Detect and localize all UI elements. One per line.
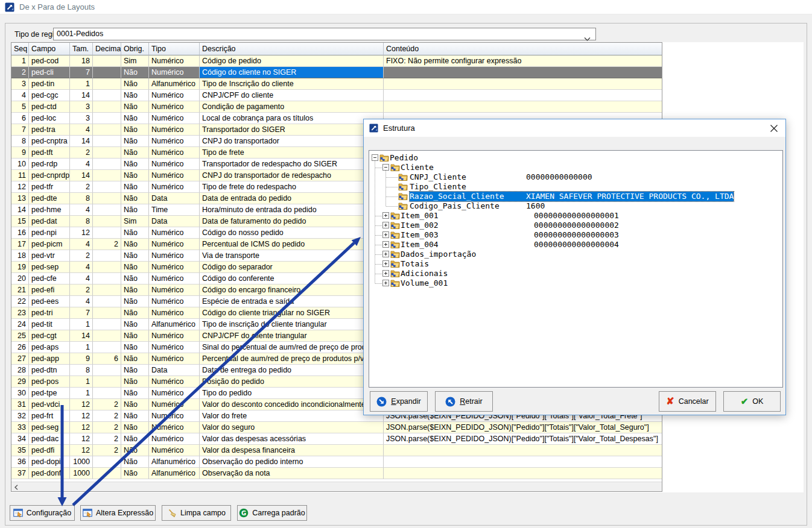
table-cell-tipo[interactable]: Numérico [149, 170, 200, 181]
limpa-campo-button[interactable]: Limpa campo [162, 505, 231, 521]
table-cell-campo[interactable]: ped-dopi [29, 456, 70, 468]
table-cell-obrig[interactable]: Não [121, 159, 149, 170]
tree-item-label[interactable]: Item_002000000000000000002 [401, 221, 619, 230]
tree-item-Volume_001[interactable]: Volume_001 [369, 278, 782, 288]
table-cell-obrig[interactable]: Não [121, 296, 149, 307]
table-cell-seq[interactable]: 36 [11, 456, 29, 468]
table-row[interactable]: 36ped-dopi1000NãoAlfanuméricoObservação … [11, 456, 662, 468]
table-cell-tam[interactable]: 7 [70, 307, 93, 319]
table-cell-tam[interactable]: 1 [70, 342, 93, 353]
table-cell-dec[interactable] [93, 296, 121, 307]
table-cell-seq[interactable]: 34 [11, 433, 29, 445]
table-cell-desc[interactable]: Via de transporte [200, 250, 384, 262]
table-cell-tam[interactable]: 1 [70, 388, 93, 399]
expand-box-icon[interactable] [382, 222, 389, 228]
expand-box-icon[interactable] [382, 212, 389, 219]
table-cell-desc[interactable]: Código do conferente [200, 273, 384, 284]
table-cell-seq[interactable]: 16 [11, 227, 29, 239]
table-cell-desc[interactable]: Data de entrega do pedido [200, 365, 384, 376]
table-cell-desc[interactable]: Valor do frete [200, 410, 384, 422]
table-cell-desc[interactable]: Percentual de ICMS do pedido [200, 239, 384, 250]
table-cell-dec[interactable]: 2 [93, 433, 121, 445]
table-cell-seq[interactable]: 27 [11, 353, 29, 365]
table-cell-dec[interactable]: 2 [93, 422, 121, 433]
table-cell-campo[interactable]: ped-vdci [29, 399, 70, 410]
tree-item-label[interactable]: Razao_Social_ClienteXIAMEN SAFEVER PROTE… [410, 192, 734, 201]
expand-box-icon[interactable] [382, 241, 389, 248]
table-cell-tipo[interactable]: Numérico [149, 342, 200, 353]
table-cell-dec[interactable] [93, 136, 121, 147]
table-cell-tipo[interactable]: Data [149, 216, 200, 227]
table-cell-obrig[interactable]: Não [121, 330, 149, 342]
table-cell-desc[interactable]: Tipo do pedido [200, 388, 384, 399]
table-cell-campo[interactable]: ped-cli [29, 67, 70, 78]
table-cell-obrig[interactable]: Não [121, 239, 149, 250]
expand-box-icon[interactable] [382, 231, 389, 238]
table-cell-campo[interactable]: ped-efi [29, 284, 70, 296]
column-header[interactable]: Descrição [200, 43, 384, 55]
table-cell-tam[interactable]: 9 [70, 353, 93, 365]
table-cell-campo[interactable]: ped-dac [29, 433, 70, 445]
expand-box-icon[interactable] [382, 251, 389, 257]
table-cell-tipo[interactable]: Data [149, 193, 200, 204]
table-cell-tipo[interactable]: Alfanumérico [149, 468, 200, 479]
cancelar-button[interactable]: ✘ Cancelar [659, 391, 716, 412]
table-cell-obrig[interactable]: Sim [121, 55, 149, 67]
table-cell-seq[interactable]: 5 [11, 101, 29, 113]
table-row[interactable]: 34ped-dac122NãoNuméricoValor das despesa… [11, 433, 662, 445]
table-cell-desc[interactable]: CNPJ do transportador [200, 136, 384, 147]
tree-item-label[interactable]: Item_003000000000000000003 [401, 230, 619, 240]
table-cell-tipo[interactable]: Numérico [149, 113, 200, 124]
table-cell-dec[interactable] [93, 113, 121, 124]
table-cell-seq[interactable]: 14 [11, 204, 29, 216]
table-cell-obrig[interactable]: Não [121, 250, 149, 262]
table-cell-obrig[interactable]: Sim [121, 216, 149, 227]
table-cell-cont[interactable]: JSON.parse($EIXN_PEDIDO_JSON)["Pedido"][… [384, 433, 662, 445]
expand-box-icon[interactable] [382, 280, 389, 286]
table-cell-desc[interactable]: Transportador do SIGER [200, 124, 384, 136]
table-cell-desc[interactable]: Código do separador [200, 262, 384, 273]
table-cell-campo[interactable]: ped-tfr [29, 181, 70, 193]
table-cell-desc[interactable]: Código do nosso pedido [200, 227, 384, 239]
table-cell-seq[interactable]: 2 [11, 67, 29, 78]
tree-item-label[interactable]: Codigo_Pais_Cliente1600 [410, 201, 545, 211]
table-cell-obrig[interactable]: Não [121, 468, 149, 479]
table-cell-campo[interactable]: ped-dte [29, 193, 70, 204]
table-cell-campo[interactable]: ped-rdp [29, 159, 70, 170]
table-cell-campo[interactable]: ped-pos [29, 376, 70, 388]
table-cell-obrig[interactable]: Não [121, 204, 149, 216]
table-cell-obrig[interactable]: Não [121, 147, 149, 159]
table-cell-tipo[interactable]: Numérico [149, 67, 200, 78]
table-cell-seq[interactable]: 8 [11, 136, 29, 147]
table-cell-obrig[interactable]: Não [121, 307, 149, 319]
table-cell-desc[interactable]: CNPJ/CPF do cliente triangular [200, 330, 384, 342]
table-cell-campo[interactable]: ped-app [29, 353, 70, 365]
table-cell-tipo[interactable]: Numérico [149, 147, 200, 159]
collapse-box-icon[interactable] [382, 164, 389, 171]
table-cell-tipo[interactable]: Numérico [149, 227, 200, 239]
table-cell-campo[interactable]: ped-tri [29, 307, 70, 319]
tree-item-label[interactable]: CNPJ_Cliente00000000000000 [410, 172, 592, 182]
table-cell-obrig[interactable]: Não [121, 342, 149, 353]
table-cell-obrig[interactable]: Não [121, 433, 149, 445]
table-cell-dec[interactable] [93, 468, 121, 479]
table-cell-desc[interactable]: Espécie de entrada e saída [200, 296, 384, 307]
tree-item-Tipo_Cliente[interactable]: Tipo_Cliente [369, 182, 782, 192]
table-cell-tipo[interactable]: Numérico [149, 284, 200, 296]
table-cell-tipo[interactable]: Numérico [149, 330, 200, 342]
table-cell-campo[interactable]: ped-dtn [29, 365, 70, 376]
record-type-combobox[interactable]: 0001-Pedidos [53, 28, 596, 40]
table-cell-desc[interactable]: Posição do pedido [200, 376, 384, 388]
configuracao-button[interactable]: Configuração [10, 505, 75, 521]
table-cell-tam[interactable]: 12 [70, 445, 93, 456]
table-cell-tam[interactable]: 4 [70, 296, 93, 307]
tree-item-label[interactable]: Adicionais [401, 269, 448, 278]
table-cell-tipo[interactable]: Numérico [149, 433, 200, 445]
table-cell-cont[interactable]: FIXO: Não permite configurar expressão [384, 55, 662, 67]
table-cell-obrig[interactable]: Não [121, 90, 149, 101]
expand-box-icon[interactable] [382, 260, 389, 267]
table-cell-tipo[interactable]: Numérico [149, 422, 200, 433]
tree-item-Totais[interactable]: Totais [369, 259, 782, 269]
table-cell-desc[interactable]: Valor das despesas acessórias [200, 433, 384, 445]
table-cell-desc[interactable]: Valor da despesa financeira [200, 445, 384, 456]
